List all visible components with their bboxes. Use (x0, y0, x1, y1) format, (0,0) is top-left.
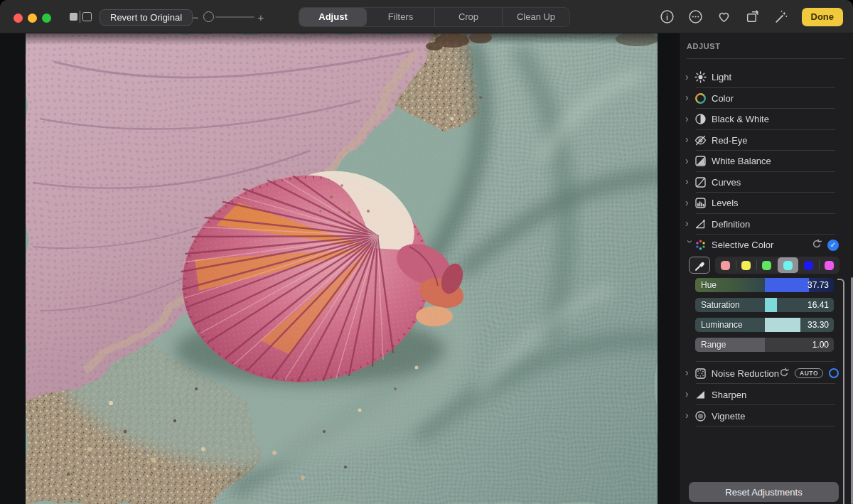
chevron-right-icon[interactable]: › (685, 198, 694, 208)
tool-label: Color (712, 93, 734, 104)
traffic-lights (14, 14, 51, 23)
toolbar-right: Done (660, 0, 844, 33)
rotate-icon[interactable] (745, 9, 761, 25)
swatch-yellow[interactable] (736, 257, 756, 274)
info-icon[interactable] (660, 9, 675, 25)
chevron-right-icon[interactable]: › (685, 134, 694, 144)
chevron-right-icon[interactable]: › (685, 389, 694, 399)
chevron-right-icon[interactable]: › (685, 114, 694, 124)
tab-clean-up[interactable]: Clean Up (502, 8, 569, 26)
slider-value: 1.00 (812, 338, 829, 352)
slider-fill (765, 298, 778, 312)
revert-button[interactable]: Revert to Original (100, 9, 193, 26)
chevron-right-icon[interactable]: › (685, 176, 694, 186)
tool-list: › Light › Color › Black & White (680, 67, 853, 235)
more-icon[interactable] (688, 9, 704, 25)
hue-slider[interactable]: Hue 37.73 (695, 278, 834, 292)
sidebar-layout-icon[interactable] (70, 11, 94, 23)
eyedropper-button[interactable] (689, 257, 710, 274)
color-swatch (741, 261, 751, 270)
divider (687, 58, 844, 59)
tab-adjust[interactable]: Adjust (299, 8, 367, 26)
tool-label: Levels (712, 198, 739, 208)
selective-color-icon (694, 239, 712, 251)
tool-label: Red-Eye (712, 135, 748, 146)
red-eye-icon (694, 134, 712, 146)
slider-fill (765, 278, 809, 292)
color-swatch (762, 261, 771, 270)
chevron-right-icon[interactable]: › (685, 72, 694, 82)
tool-row-curves[interactable]: › Curves (680, 172, 853, 193)
auto-badge[interactable]: AUTO (795, 368, 823, 378)
tool-row-red-eye[interactable]: › Red-Eye (680, 130, 853, 151)
swatch-green[interactable] (756, 257, 777, 274)
zoom-out-button[interactable]: − (191, 11, 200, 23)
slider-label: Hue (701, 278, 717, 292)
light-icon (694, 71, 712, 83)
tool-row-noise-reduction[interactable]: › Noise Reduction AUTO (680, 363, 853, 384)
chevron-down-icon[interactable]: › (685, 240, 695, 249)
favorite-icon[interactable] (717, 9, 732, 25)
zoom-in-button[interactable]: + (256, 11, 266, 23)
auto-enhance-icon[interactable] (773, 9, 789, 25)
filled-square-icon (70, 13, 77, 21)
saturation-slider[interactable]: Saturation 16.41 (695, 298, 834, 312)
reset-adjustments-button[interactable]: Reset Adjustments (689, 482, 839, 502)
tool-row-light[interactable]: › Light (680, 67, 853, 88)
definition-icon (694, 218, 712, 230)
chevron-right-icon[interactable]: › (685, 368, 694, 377)
tool-row-levels[interactable]: › Levels (680, 193, 853, 214)
range-slider[interactable]: Range 1.00 (695, 338, 834, 352)
color-swatch (721, 261, 730, 270)
selective-color-swatches (680, 256, 853, 275)
chevron-right-icon[interactable]: › (685, 92, 694, 102)
slider-value: 16.41 (808, 298, 829, 312)
tool-row-definition[interactable]: › Definition (680, 214, 853, 235)
tab-crop[interactable]: Crop (434, 8, 502, 26)
noise-reduction-icon (694, 368, 712, 380)
reset-tool-icon[interactable] (812, 239, 822, 251)
fullscreen-button[interactable] (42, 14, 51, 23)
slider-label: Saturation (701, 298, 740, 312)
editor-canvas (0, 33, 679, 504)
toolbar: Revert to Original − + Adjust Filters Cr… (0, 0, 853, 33)
color-swatch (825, 261, 834, 270)
swatch-segmented-control (715, 257, 839, 274)
photos-window: Revert to Original − + Adjust Filters Cr… (0, 0, 853, 504)
reset-tool-icon[interactable] (779, 368, 789, 380)
done-button[interactable]: Done (802, 8, 844, 26)
zoom-slider[interactable] (202, 9, 254, 25)
edit-mode-tabs: Adjust Filters Crop Clean Up (299, 7, 570, 27)
tool-row-vignette[interactable]: › Vignette (680, 405, 853, 427)
color-swatch (804, 261, 813, 270)
tool-row-color[interactable]: › Color (680, 88, 853, 109)
swatch-magenta[interactable] (819, 257, 839, 274)
zoom-slider-thumb[interactable] (203, 11, 214, 22)
slider-value: 37.73 (808, 278, 829, 292)
tool-label: Light (712, 72, 731, 82)
tool-row-sharpen[interactable]: › Sharpen (680, 384, 853, 405)
swatch-red[interactable] (715, 257, 736, 274)
luminance-slider[interactable]: Luminance 33.30 (695, 318, 834, 332)
tab-filters[interactable]: Filters (367, 8, 434, 26)
photo-image (26, 33, 658, 504)
swatch-cyan-selected[interactable] (778, 257, 798, 273)
tool-label: Sharpen (712, 390, 746, 400)
close-button[interactable] (14, 14, 23, 23)
slider-label: Luminance (701, 318, 743, 332)
minimize-button[interactable] (28, 14, 37, 23)
chevron-right-icon[interactable]: › (685, 218, 694, 228)
enabled-check-icon[interactable]: ✓ (827, 240, 839, 251)
tool-label: White Balance (712, 156, 771, 166)
scrollbar-thumb[interactable] (851, 277, 853, 504)
curves-icon (694, 176, 712, 188)
tool-label: Curves (712, 177, 741, 188)
slider-group-bracket (837, 279, 844, 504)
chevron-right-icon[interactable]: › (685, 410, 694, 420)
tool-row-black-white[interactable]: › Black & White (680, 109, 853, 130)
swatch-blue[interactable] (798, 257, 819, 274)
tool-row-white-balance[interactable]: › White Balance (680, 151, 853, 172)
slider-label: Range (701, 338, 726, 352)
chevron-right-icon[interactable]: › (685, 156, 694, 166)
tool-row-selective-color[interactable]: › Selective Color ✓ (680, 235, 853, 255)
